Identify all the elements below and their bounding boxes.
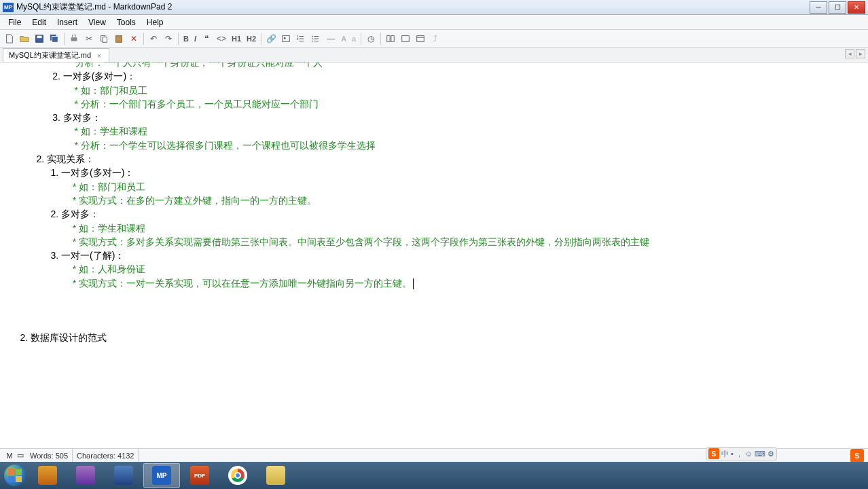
ime-keyboard-icon[interactable]: ⌨ xyxy=(755,450,765,458)
ime-toolbar[interactable]: S 中 • ， ☺ ⌨ ⚙ xyxy=(706,447,777,460)
browser-preview-button[interactable] xyxy=(414,32,427,46)
tab-bar: MySQL约束课堂笔记.md × ◂ ▸ xyxy=(0,48,868,62)
list-item: 分析：一个学生可以选择很多门课程，一个课程也可以被很多学生选择 xyxy=(75,139,854,152)
taskbar-chrome[interactable] xyxy=(219,463,256,488)
char-count: Characters: 4132 xyxy=(73,449,139,462)
paste-button[interactable] xyxy=(112,32,126,46)
window-title: MySQL约束课堂笔记.md - MarkdownPad 2 xyxy=(16,1,808,13)
editor-area[interactable]: 分析：一个人只有一个身份证，一个身份证只能对应一个人 一对多(多对一)： 如：部… xyxy=(0,62,868,448)
ordered-list-button[interactable]: 12 xyxy=(294,32,308,46)
tab-close-icon[interactable]: × xyxy=(95,52,103,60)
new-file-button[interactable] xyxy=(3,32,16,46)
app-icon: MP xyxy=(3,3,14,12)
document-tab[interactable]: MySQL约束课堂笔记.md × xyxy=(3,48,109,62)
menu-insert[interactable]: Insert xyxy=(52,16,83,29)
windows-logo-icon xyxy=(4,465,26,486)
h1-button[interactable]: H1 xyxy=(230,32,243,46)
text-cursor xyxy=(413,278,414,289)
taskbar-app-2[interactable] xyxy=(67,463,104,488)
tab-label: MySQL约束课堂笔记.md xyxy=(9,50,91,60)
list-item: 数据库设计的范式 xyxy=(31,331,854,344)
redo-button[interactable]: ↷ xyxy=(162,32,175,46)
menu-help[interactable]: Help xyxy=(141,16,169,29)
bold-button[interactable]: B xyxy=(181,32,191,46)
preview-button[interactable] xyxy=(399,32,412,46)
svg-rect-4 xyxy=(71,37,77,41)
list-item: 一对多(多对一)： 如：部门和员工 分析：一个部门有多个员工，一个员工只能对应一… xyxy=(63,69,854,111)
undo-button[interactable]: ↶ xyxy=(147,32,160,46)
save-all-button[interactable] xyxy=(48,32,61,46)
list-item: 多对多： 如：学生和课程 分析：一个学生可以选择很多门课程，一个课程也可以被很多… xyxy=(63,111,854,152)
code-button[interactable]: <> xyxy=(215,32,228,46)
minimize-button[interactable]: ─ xyxy=(810,1,827,14)
menu-edit[interactable]: Edit xyxy=(26,16,52,29)
window-controls: ─ ☐ ✕ xyxy=(808,1,865,14)
h2-button[interactable]: H2 xyxy=(245,32,258,46)
list-item: 实现关系： 一对多(多对一)： 如：部门和员工 实现方式：在多的一方建立外键，指… xyxy=(47,152,854,290)
menu-file[interactable]: File xyxy=(3,16,26,29)
italic-button[interactable]: I xyxy=(192,32,198,46)
ime-comma[interactable]: ， xyxy=(736,449,743,459)
ime-settings-icon[interactable]: ⚙ xyxy=(767,450,774,458)
save-button[interactable] xyxy=(33,32,46,46)
taskbar-app-3[interactable] xyxy=(105,463,142,488)
ime-mode[interactable]: 中 xyxy=(721,449,729,459)
window-titlebar: MP MySQL约束课堂笔记.md - MarkdownPad 2 ─ ☐ ✕ xyxy=(0,0,868,15)
svg-point-14 xyxy=(312,35,313,37)
toolbar: ✂ ✕ ↶ ↷ B I ❝ <> H1 H2 🔗 12 — A a ◷ ⤴ xyxy=(0,30,868,48)
svg-rect-3 xyxy=(52,36,58,42)
delete-button[interactable]: ✕ xyxy=(127,32,141,46)
timestamp-button[interactable]: ◷ xyxy=(364,32,378,46)
tab-next-button[interactable]: ▸ xyxy=(856,49,865,58)
cut-button[interactable]: ✂ xyxy=(82,32,96,46)
print-button[interactable] xyxy=(67,32,81,46)
menu-bar: File Edit Insert View Tools Help xyxy=(0,15,868,30)
link-button[interactable]: 🔗 xyxy=(264,32,278,46)
svg-rect-5 xyxy=(72,35,75,37)
unordered-list-button[interactable] xyxy=(309,32,323,46)
toolbar-separator xyxy=(178,33,179,45)
taskbar-explorer[interactable] xyxy=(257,463,294,488)
close-button[interactable]: ✕ xyxy=(848,1,865,14)
ime-indicator[interactable]: S xyxy=(850,449,864,463)
svg-rect-10 xyxy=(283,35,290,41)
export-button[interactable]: ⤴ xyxy=(429,32,442,46)
list-item: 一对一(了解)： 如：人和身份证 实现方式：一对一关系实现，可以在任意一方添加唯… xyxy=(61,249,854,290)
svg-rect-17 xyxy=(387,35,390,41)
svg-rect-19 xyxy=(402,35,410,41)
uppercase-button[interactable]: A xyxy=(339,32,348,46)
lowercase-button[interactable]: a xyxy=(350,32,358,46)
tab-prev-button[interactable]: ◂ xyxy=(845,49,854,58)
menu-view[interactable]: View xyxy=(83,16,111,29)
taskbar-pdf[interactable]: PDF xyxy=(181,463,218,488)
toolbar-separator xyxy=(380,33,381,45)
taskbar-markdownpad[interactable]: MP xyxy=(143,463,180,488)
taskbar-app-1[interactable] xyxy=(29,463,66,488)
document-content: 分析：一个人只有一个身份证，一个身份证只能对应一个人 一对多(多对一)： 如：部… xyxy=(0,62,868,347)
menu-tools[interactable]: Tools xyxy=(111,16,141,29)
toolbar-separator xyxy=(361,33,361,45)
toggle-preview-button[interactable] xyxy=(384,32,397,46)
maximize-button[interactable]: ☐ xyxy=(829,1,846,14)
list-item: 多对多： 如：学生和课程 实现方式：多对多关系实现需要借助第三张中间表。中间表至… xyxy=(61,207,854,249)
toolbar-separator xyxy=(143,33,144,45)
toolbar-separator xyxy=(64,33,65,45)
list-item: 如：部门和员工 xyxy=(75,84,854,97)
list-item: 如：学生和课程 xyxy=(73,221,854,235)
windows-taskbar: MP PDF xyxy=(0,462,868,489)
open-file-button[interactable] xyxy=(18,32,31,46)
markdown-icon: M xyxy=(4,450,15,461)
start-button[interactable] xyxy=(1,462,29,489)
svg-point-11 xyxy=(284,37,286,39)
list-item: 如：学生和课程 xyxy=(75,124,854,138)
toolbar-separator xyxy=(261,33,261,45)
svg-rect-1 xyxy=(37,35,42,38)
image-button[interactable] xyxy=(279,32,293,46)
quote-button[interactable]: ❝ xyxy=(200,32,213,46)
svg-text:2: 2 xyxy=(297,37,299,40)
hr-button[interactable]: — xyxy=(324,32,338,46)
ime-punct[interactable]: • xyxy=(731,450,734,458)
copy-button[interactable] xyxy=(97,32,111,46)
text-line: 分析：一个人只有一个身份证，一个身份证只能对应一个人 xyxy=(75,62,854,69)
ime-emoji-icon[interactable]: ☺ xyxy=(745,450,753,458)
